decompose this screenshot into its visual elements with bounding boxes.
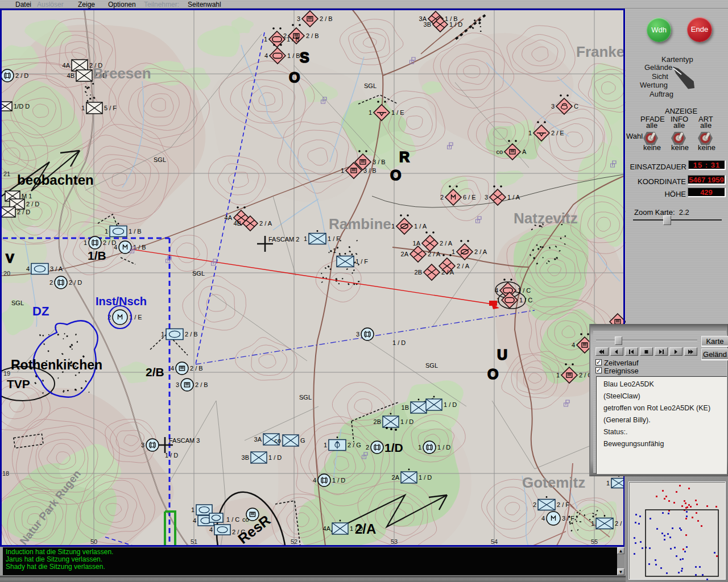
svg-text:4: 4 bbox=[193, 517, 196, 524]
svg-text:G: G bbox=[300, 437, 305, 444]
svg-text:1: 1 bbox=[528, 130, 532, 136]
svg-text:2 / A: 2 / A bbox=[428, 251, 441, 257]
svg-text:1: 1 bbox=[369, 109, 372, 116]
svg-text:4B: 4B bbox=[234, 220, 241, 227]
svg-text:54: 54 bbox=[491, 538, 498, 545]
svg-text:O: O bbox=[390, 167, 401, 183]
svg-text:1 / A: 1 / A bbox=[414, 223, 427, 230]
svg-text:S: S bbox=[300, 49, 309, 65]
svg-text:1 / D: 1 / D bbox=[400, 418, 413, 425]
svg-text:1B: 1B bbox=[402, 404, 409, 411]
svg-text:53: 53 bbox=[391, 538, 398, 545]
svg-text:co: co bbox=[496, 148, 503, 155]
svg-text:4A: 4A bbox=[63, 62, 71, 69]
svg-text:1: 1 bbox=[418, 444, 421, 451]
svg-text:3: 3 bbox=[176, 381, 179, 388]
svg-text:4: 4 bbox=[264, 52, 268, 59]
svg-text:SGL: SGL bbox=[154, 156, 166, 163]
svg-text:SGL: SGL bbox=[192, 270, 205, 277]
svg-text:1/D D: 1/D D bbox=[14, 103, 30, 110]
svg-text:19: 19 bbox=[3, 370, 10, 377]
svg-text:1 / F: 1 / F bbox=[328, 235, 340, 242]
svg-text:1/B: 1/B bbox=[88, 249, 106, 262]
svg-text:Natzevitz: Natzevitz bbox=[514, 210, 578, 227]
svg-text:1: 1 bbox=[391, 223, 395, 230]
svg-text:4: 4 bbox=[495, 287, 498, 294]
svg-text:3: 3 bbox=[485, 194, 488, 201]
svg-text:Rambine: Rambine bbox=[329, 215, 391, 232]
svg-text:1 / C: 1 / C bbox=[226, 516, 239, 523]
svg-text:2 / B: 2 / B bbox=[306, 32, 319, 39]
svg-text:1 / D: 1 / D bbox=[444, 401, 457, 408]
svg-text:2 / A: 2 / A bbox=[441, 269, 454, 276]
svg-text:co: co bbox=[242, 516, 249, 523]
svg-text:1A: 1A bbox=[413, 240, 421, 247]
svg-text:2 / F: 2 / F bbox=[557, 501, 569, 508]
svg-text:2: 2 bbox=[533, 501, 536, 508]
svg-text:2 / A: 2 / A bbox=[457, 263, 470, 269]
svg-text:1: 1 bbox=[556, 372, 560, 379]
svg-text:SGL: SGL bbox=[11, 300, 24, 306]
svg-text:2 / A: 2 / A bbox=[440, 240, 453, 247]
svg-text:4: 4 bbox=[541, 515, 545, 522]
svg-text:2A: 2A bbox=[401, 251, 409, 257]
svg-text:1: 1 bbox=[81, 105, 85, 111]
svg-text:1 / B: 1 / B bbox=[287, 52, 300, 59]
svg-text:3: 3 bbox=[551, 103, 555, 110]
svg-text:4: 4 bbox=[572, 342, 575, 348]
svg-text:1: 1 bbox=[84, 239, 87, 246]
svg-text:20: 20 bbox=[3, 270, 10, 277]
svg-text:3: 3 bbox=[356, 331, 359, 338]
svg-text:A: A bbox=[522, 148, 527, 155]
svg-text:51: 51 bbox=[191, 538, 197, 545]
svg-text:SGL: SGL bbox=[364, 82, 377, 89]
svg-text:1 / C: 1 / C bbox=[519, 297, 532, 304]
svg-text:O: O bbox=[289, 69, 300, 85]
svg-text:V: V bbox=[6, 251, 14, 265]
svg-text:3B: 3B bbox=[424, 21, 431, 28]
svg-text:1 / D: 1 / D bbox=[419, 474, 432, 481]
svg-text:3 / B: 3 / B bbox=[363, 167, 377, 174]
svg-text:1 / F: 1 / F bbox=[355, 258, 368, 265]
svg-text:1 / A: 1 / A bbox=[507, 194, 520, 201]
svg-text:4B: 4B bbox=[67, 72, 75, 79]
svg-text:4A: 4A bbox=[323, 525, 331, 532]
svg-text:6 / E: 6 / E bbox=[463, 194, 476, 201]
svg-text:2 / E: 2 / E bbox=[551, 130, 564, 136]
svg-text:1 / E: 1 / E bbox=[391, 109, 404, 116]
svg-text:4: 4 bbox=[26, 265, 30, 272]
svg-text:4: 4 bbox=[313, 477, 316, 484]
svg-text:beobachten: beobachten bbox=[17, 172, 94, 188]
svg-text:co: co bbox=[274, 437, 281, 444]
svg-text:1: 1 bbox=[161, 331, 164, 338]
svg-text:TVP: TVP bbox=[7, 377, 30, 390]
svg-text:1 / C: 1 / C bbox=[518, 287, 531, 294]
svg-text:3: 3 bbox=[297, 15, 300, 22]
svg-text:52: 52 bbox=[291, 538, 297, 545]
svg-text:18: 18 bbox=[2, 470, 9, 477]
svg-text:3A: 3A bbox=[254, 436, 262, 443]
svg-text:3B: 3B bbox=[242, 454, 249, 461]
svg-text:Franke: Franke bbox=[576, 43, 624, 60]
svg-text:1: 1 bbox=[105, 228, 108, 235]
svg-text:2 / B: 2 / B bbox=[320, 15, 333, 22]
svg-text:2: 2 bbox=[440, 194, 444, 201]
svg-text:3 / F: 3 / F bbox=[562, 515, 574, 522]
svg-text:2 / B: 2 / B bbox=[185, 331, 198, 338]
svg-text:1: 1 bbox=[304, 235, 307, 242]
svg-text:Rothenkirchen: Rothenkirchen bbox=[11, 357, 102, 372]
svg-text:2 / A: 2 / A bbox=[474, 248, 487, 255]
svg-text:1: 1 bbox=[497, 297, 500, 304]
svg-text:4: 4 bbox=[209, 526, 213, 533]
svg-text:1 / B: 1 / B bbox=[287, 36, 300, 43]
svg-text:FASCAM 2: FASCAM 2 bbox=[268, 236, 299, 243]
svg-text:1: 1 bbox=[341, 167, 344, 174]
svg-text:3 / B: 3 / B bbox=[373, 159, 386, 165]
svg-text:1 / D: 1 / D bbox=[437, 444, 450, 451]
svg-text:3: 3 bbox=[141, 442, 144, 448]
svg-text:2: 2 bbox=[49, 279, 53, 286]
svg-text:1: 1 bbox=[324, 442, 327, 448]
svg-text:2 / B: 2 / B bbox=[195, 381, 208, 388]
svg-text:5 / F: 5 / F bbox=[104, 105, 117, 111]
svg-text:1: 1 bbox=[333, 247, 336, 254]
